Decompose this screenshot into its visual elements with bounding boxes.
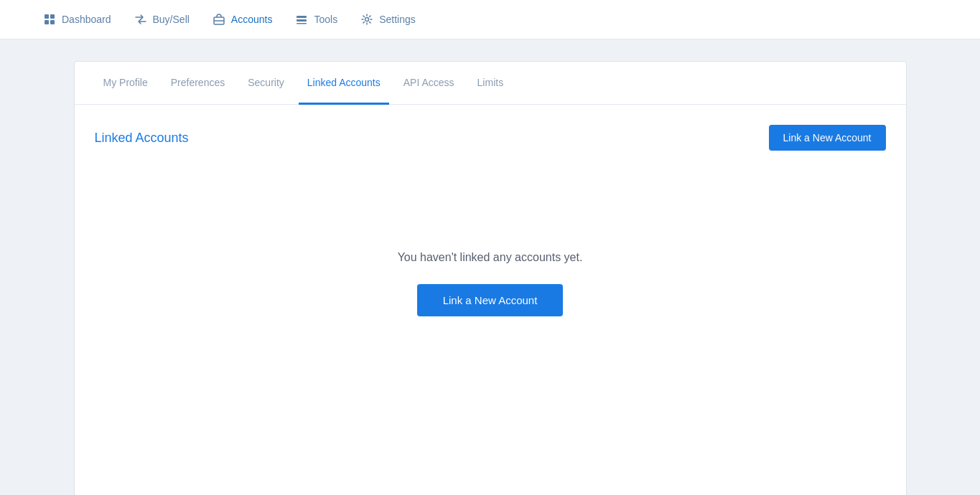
sub-tabs: My Profile Preferences Security Linked A… bbox=[75, 62, 906, 105]
svg-rect-6 bbox=[297, 16, 307, 18]
svg-rect-1 bbox=[50, 14, 55, 19]
main-card: My Profile Preferences Security Linked A… bbox=[74, 61, 907, 495]
svg-rect-0 bbox=[45, 14, 49, 19]
link-new-account-button-center[interactable]: Link a New Account bbox=[417, 284, 564, 316]
card-body: Linked Accounts Link a New Account You h… bbox=[75, 105, 906, 495]
top-nav: Dashboard Buy/Sell Accounts bbox=[0, 0, 980, 39]
svg-rect-3 bbox=[50, 20, 55, 24]
page-wrapper: My Profile Preferences Security Linked A… bbox=[31, 39, 950, 495]
tab-preferences[interactable]: Preferences bbox=[162, 62, 233, 105]
svg-point-9 bbox=[365, 18, 369, 22]
svg-rect-7 bbox=[297, 19, 307, 22]
exchange-icon bbox=[134, 13, 147, 26]
nav-tools-label: Tools bbox=[314, 14, 337, 25]
empty-state: You haven't linked any accounts yet. Lin… bbox=[95, 165, 886, 359]
tab-api-access[interactable]: API Access bbox=[395, 62, 463, 105]
tab-my-profile[interactable]: My Profile bbox=[95, 62, 157, 105]
tab-security[interactable]: Security bbox=[239, 62, 293, 105]
link-new-account-button-top[interactable]: Link a New Account bbox=[769, 125, 886, 151]
nav-buysell[interactable]: Buy/Sell bbox=[134, 10, 190, 29]
nav-accounts-label: Accounts bbox=[231, 14, 273, 25]
nav-tools[interactable]: Tools bbox=[295, 10, 337, 29]
nav-accounts[interactable]: Accounts bbox=[213, 10, 273, 29]
svg-rect-2 bbox=[45, 20, 49, 24]
nav-dashboard[interactable]: Dashboard bbox=[43, 10, 111, 29]
empty-state-text: You haven't linked any accounts yet. bbox=[398, 251, 583, 264]
tab-linked-accounts[interactable]: Linked Accounts bbox=[299, 62, 389, 105]
grid-icon bbox=[43, 13, 56, 26]
tab-limits[interactable]: Limits bbox=[469, 62, 513, 105]
nav-dashboard-label: Dashboard bbox=[62, 14, 111, 25]
nav-settings[interactable]: Settings bbox=[360, 10, 416, 29]
tools-icon bbox=[295, 13, 308, 26]
card-header-row: Linked Accounts Link a New Account bbox=[95, 125, 886, 151]
page-title: Linked Accounts bbox=[95, 131, 189, 146]
gear-icon bbox=[360, 13, 373, 26]
nav-buysell-label: Buy/Sell bbox=[153, 14, 190, 25]
nav-settings-label: Settings bbox=[379, 14, 416, 25]
briefcase-icon bbox=[213, 13, 225, 26]
svg-rect-8 bbox=[297, 23, 307, 24]
